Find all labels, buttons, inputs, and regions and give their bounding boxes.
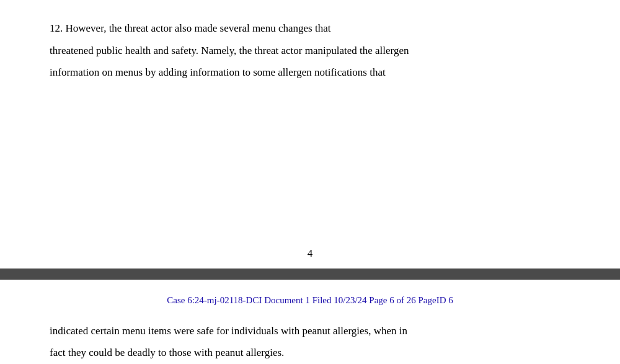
lower-paragraph: indicated certain menu items were safe f… [50,320,570,364]
paragraph-12: 12. However, the threat actor also made … [50,17,570,84]
lower-para-line2: fact they could be deadly to those with … [50,347,284,358]
divider-bar [0,269,620,280]
footer-area: Case 6:24-mj-02118-DCI Document 1 Filed … [0,280,620,364]
case-info-text: Case 6:24-mj-02118-DCI Document 1 Filed … [167,295,453,305]
page-container: 12. However, the threat actor also made … [0,0,620,364]
page-number-area: 4 [0,241,620,269]
paragraph-12-line1: 12. However, the threat actor also made … [50,22,330,34]
case-info: Case 6:24-mj-02118-DCI Document 1 Filed … [50,287,570,314]
content-area: 12. However, the threat actor also made … [0,0,620,241]
paragraph-12-line2: threatened public health and safety. Nam… [50,45,409,56]
paragraph-12-line3: information on menus by adding informati… [50,66,386,78]
lower-para-line1: indicated certain menu items were safe f… [50,325,407,337]
page-number: 4 [308,247,313,259]
